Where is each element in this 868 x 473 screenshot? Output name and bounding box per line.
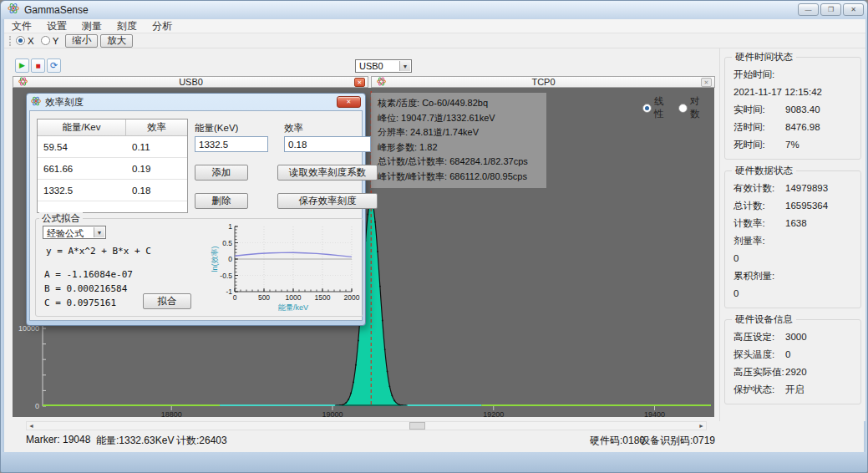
field-value: 2920 — [785, 367, 807, 377]
table-row[interactable]: 661.660.19 — [38, 158, 187, 180]
field-value: 16595364 — [785, 201, 828, 211]
group-title: 硬件数据状态 — [732, 165, 796, 177]
field-label: 高压设定: — [733, 328, 785, 346]
field-label: 累积剂量: — [733, 267, 857, 285]
zoom-in-button[interactable]: 放大 — [100, 34, 133, 48]
scale-radio-group: 线性 对数 — [642, 95, 714, 120]
read-coefficients-button[interactable]: 读取效率刻度系数 — [277, 165, 378, 181]
coefficient-a: A = -1.16084e-07 — [44, 269, 133, 280]
view-toolbar: X Y 缩小 放大 — [4, 33, 865, 48]
refresh-button[interactable]: ⟳ — [47, 58, 61, 73]
menu-item-2[interactable]: 测量 — [74, 19, 109, 33]
field-row: 死时间:7% — [733, 136, 857, 154]
status-counts: 计数:26403 — [176, 434, 227, 448]
field-label: 高压实际值: — [733, 364, 785, 381]
dialog-title-bar[interactable]: 效率刻度 ✕ — [29, 94, 363, 110]
spectrum-info-overlay: 核素/活度: Co-60/449.82bq峰位: 19047.7道/1332.6… — [371, 93, 546, 188]
add-button[interactable]: 添加 — [195, 165, 248, 181]
scroll-right-arrow-icon[interactable]: ► — [697, 422, 706, 430]
maximize-button[interactable]: ❐ — [820, 3, 841, 16]
field-value: 0 — [785, 349, 790, 359]
field-row: 有效计数:14979893 — [733, 180, 857, 197]
stop-acquisition-button[interactable]: ■ — [31, 58, 45, 73]
minimize-button[interactable]: — — [798, 3, 819, 16]
dialog-atom-icon — [31, 96, 41, 108]
field-row: 计数率:1638 — [733, 215, 857, 232]
table-cell: 59.54 — [38, 136, 126, 157]
scroll-left-arrow-icon[interactable]: ◄ — [27, 422, 36, 430]
field-label: 开始时间: — [733, 66, 857, 84]
device-combobox[interactable]: USB0 ▼ — [355, 59, 412, 73]
field-label: 有效计数: — [733, 180, 785, 197]
calibration-table-body: 59.540.11661.660.191332.50.18 — [38, 136, 187, 201]
sidebar-group-1: 硬件数据状态有效计数:14979893总计数:16595364计数率:1638剂… — [724, 170, 861, 308]
svg-text:0.5: 0.5 — [222, 239, 232, 247]
efficiency-field-label: 效率 — [284, 122, 303, 135]
dropdown-arrow-icon: ▼ — [399, 61, 410, 71]
status-hardware-code: 硬件码:0180 — [590, 434, 645, 448]
status-energy: 能量:1332.63KeV — [96, 434, 174, 448]
menu-item-4[interactable]: 分析 — [145, 19, 180, 33]
tab-tcp0[interactable]: TCP0 ✕ — [371, 76, 715, 88]
radio-linear-scale[interactable] — [642, 104, 652, 113]
field-value: 14979893 — [785, 183, 828, 193]
table-cell: 661.66 — [38, 158, 126, 179]
scrollbar-thumb[interactable] — [409, 422, 425, 430]
field-row: 探头温度:0 — [733, 346, 857, 364]
start-acquisition-button[interactable]: ▶ — [15, 58, 29, 73]
menu-item-0[interactable]: 文件 — [4, 19, 39, 33]
menu-item-1[interactable]: 设置 — [39, 19, 74, 33]
overlay-line: 总计数/总计数率: 684284.1/82.37cps — [378, 155, 540, 170]
coefficient-c: C = 0.0975161 — [44, 298, 116, 308]
svg-text:19400: 19400 — [644, 410, 665, 417]
table-cell: 1332.5 — [38, 180, 126, 201]
radio-x-axis[interactable] — [16, 36, 25, 45]
tab-usb0-label: USB0 — [28, 77, 354, 87]
field-row: 活时间:8476.98 — [733, 119, 857, 136]
efficiency-calibration-dialog[interactable]: 效率刻度 ✕ 能量/Kev 效率 59.540.11661.660.191332… — [26, 93, 366, 326]
title-bar[interactable]: GammaSense — ❐ ✕ — [1, 1, 868, 19]
stop-icon: ■ — [35, 62, 40, 70]
tab-usb0-atom-icon — [18, 77, 28, 88]
efficiency-input[interactable] — [284, 136, 371, 152]
tab-tcp0-atom-icon — [377, 77, 386, 88]
app-atom-icon — [8, 3, 19, 18]
dialog-close-icon[interactable]: ✕ — [337, 96, 361, 108]
fit-button[interactable]: 拟合 — [143, 293, 191, 309]
col-header-efficiency[interactable]: 效率 — [126, 120, 187, 135]
energy-input[interactable] — [195, 136, 268, 152]
tab-usb0[interactable]: USB0 ✕ — [13, 76, 368, 88]
tab-usb0-close-icon[interactable]: ✕ — [354, 78, 365, 87]
radio-y-label: Y — [53, 36, 59, 46]
menu-item-3[interactable]: 刻度 — [109, 19, 145, 33]
close-button[interactable]: ✕ — [843, 3, 864, 16]
dialog-body: 能量/Kev 效率 59.540.11661.660.191332.50.18 … — [29, 110, 363, 321]
svg-text:ln(效率): ln(效率) — [211, 246, 219, 272]
table-row[interactable]: 1332.50.18 — [38, 180, 187, 201]
save-calibration-button[interactable]: 保存效率刻度 — [277, 193, 378, 209]
field-row: 总计数:16595364 — [733, 197, 857, 215]
tab-tcp0-close-icon[interactable]: ✕ — [701, 78, 712, 87]
svg-text:0: 0 — [35, 402, 39, 410]
field-label: 死时间: — [733, 136, 785, 154]
overlay-line: 峰计数/峰计数率: 686112.0/80.95cps — [378, 170, 540, 185]
zoom-out-button[interactable]: 缩小 — [65, 34, 98, 48]
delete-button[interactable]: 删除 — [195, 193, 248, 209]
field-label: 探头温度: — [733, 346, 785, 364]
svg-text:500: 500 — [258, 293, 270, 302]
chart-horizontal-scrollbar[interactable]: ◄ ► — [26, 421, 707, 430]
table-row[interactable]: 59.540.11 — [38, 136, 187, 158]
overlay-line: 峰形参数: 1.82 — [378, 140, 540, 155]
overlay-line: 核素/活度: Co-60/449.82bq — [378, 96, 540, 111]
field-row: 保护状态:开启 — [733, 381, 857, 399]
radio-log-scale[interactable] — [678, 104, 688, 113]
field-value: 开启 — [785, 384, 805, 394]
svg-text:1500: 1500 — [315, 293, 331, 302]
field-label: 保护状态: — [733, 381, 785, 399]
radio-y-axis[interactable] — [41, 36, 50, 45]
svg-text:1000: 1000 — [286, 293, 302, 302]
fit-group-title: 公式拟合 — [39, 212, 83, 225]
col-header-energy[interactable]: 能量/Kev — [38, 120, 126, 135]
formula-combobox[interactable]: 经验公式 ▼ — [43, 226, 106, 239]
status-device-id: 设备识别码:0719 — [640, 434, 715, 448]
